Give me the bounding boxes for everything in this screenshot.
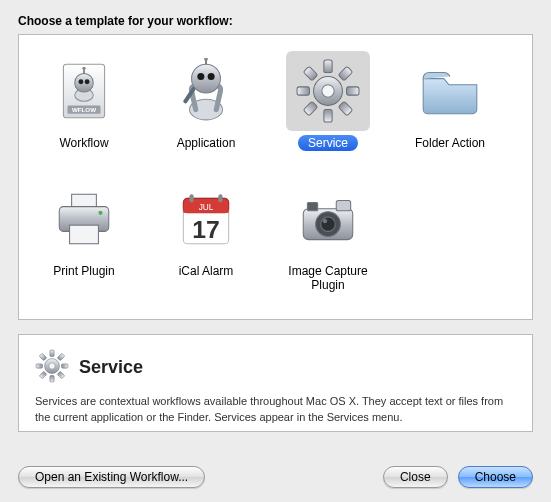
template-chooser-dialog: Choose a template for your workflow: Wor…: [0, 0, 551, 502]
open-existing-button[interactable]: Open an Existing Workflow...: [18, 466, 205, 488]
template-tile-service[interactable]: Service: [267, 43, 389, 171]
button-row: Open an Existing Workflow... Close Choos…: [18, 466, 533, 488]
template-label: Folder Action: [405, 135, 495, 151]
gear-icon: [286, 51, 370, 131]
app-icon: [164, 51, 248, 131]
description-text: Services are contextual workflows availa…: [35, 394, 516, 426]
template-label: Workflow: [49, 135, 118, 151]
close-button[interactable]: Close: [383, 466, 448, 488]
folder-icon: [408, 51, 492, 131]
template-tile-workflow[interactable]: Workflow: [23, 43, 145, 171]
dialog-header: Choose a template for your workflow:: [18, 14, 533, 28]
template-label: Image Capture Plugin: [273, 263, 383, 294]
description-panel: Service Services are contextual workflow…: [18, 334, 533, 432]
description-title: Service: [79, 357, 143, 378]
workflow-icon: [42, 51, 126, 131]
template-label: Print Plugin: [43, 263, 124, 279]
camera-icon: [286, 179, 370, 259]
calendar-icon: [164, 179, 248, 259]
template-tile-imagecapture[interactable]: Image Capture Plugin: [267, 171, 389, 299]
template-grid-panel: WorkflowApplicationServiceFolder ActionP…: [18, 34, 533, 320]
template-tile-application[interactable]: Application: [145, 43, 267, 171]
printer-icon: [42, 179, 126, 259]
template-label: iCal Alarm: [169, 263, 244, 279]
template-tile-printplugin[interactable]: Print Plugin: [23, 171, 145, 299]
choose-button[interactable]: Choose: [458, 466, 533, 488]
gear-icon: [35, 349, 69, 386]
template-label: Service: [298, 135, 358, 151]
template-tile-icalalarm[interactable]: iCal Alarm: [145, 171, 267, 299]
template-tile-folderaction[interactable]: Folder Action: [389, 43, 511, 171]
template-label: Application: [167, 135, 246, 151]
